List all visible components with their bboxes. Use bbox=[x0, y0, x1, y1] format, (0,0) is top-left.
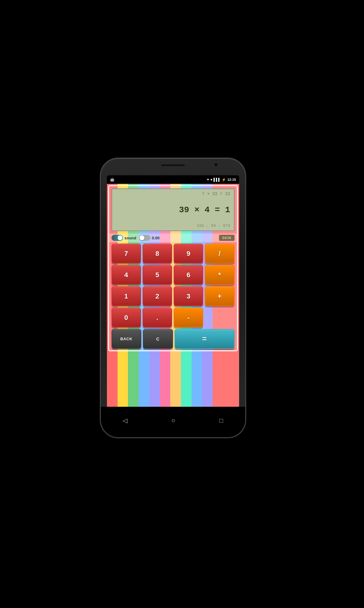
nav-back-button[interactable] bbox=[123, 417, 127, 424]
key-clear[interactable]: C bbox=[143, 329, 173, 349]
key-1[interactable]: 1 bbox=[111, 286, 141, 306]
key-0[interactable]: 0 bbox=[111, 308, 141, 327]
status-bar: 🤖 ✦ ▾ ▌▌▌ ⚡ 12:15 bbox=[107, 175, 239, 184]
camera bbox=[214, 163, 218, 166]
phone-body: 🤖 ✦ ▾ ▌▌▌ ⚡ 12:15 bbox=[100, 158, 246, 438]
wifi-icon: ▾ bbox=[210, 178, 212, 182]
calc-content: 7 × 33 = 33 39 × 4 = 1 155 . 56 - 973 bbox=[107, 185, 239, 351]
value-toggle-wrapper[interactable]: 0.00 bbox=[139, 235, 160, 241]
controls-row: sound 0.00 SKIN bbox=[109, 234, 237, 242]
speaker bbox=[161, 164, 185, 166]
key-multiply[interactable]: * bbox=[205, 265, 234, 285]
calc-frame: 7 × 33 = 33 39 × 4 = 1 155 . 56 - 973 bbox=[108, 185, 238, 351]
value-toggle-knob bbox=[140, 235, 144, 240]
key-divide[interactable]: / bbox=[205, 244, 234, 263]
key-equals[interactable]: = bbox=[175, 329, 235, 349]
key-6[interactable]: 6 bbox=[174, 265, 203, 285]
sound-label: sound bbox=[125, 236, 136, 240]
time-display: 12:15 bbox=[227, 178, 236, 181]
key-4[interactable]: 4 bbox=[111, 265, 141, 285]
key-7[interactable]: 7 bbox=[111, 244, 141, 263]
key-2[interactable]: 2 bbox=[143, 286, 172, 306]
key-plus[interactable]: + bbox=[205, 286, 234, 306]
calc-display: 7 × 33 = 33 39 × 4 = 1 155 . 56 - 973 bbox=[111, 188, 235, 231]
keypad: 7 8 9 / 4 5 6 * 1 bbox=[109, 242, 237, 329]
value-display: 0.00 bbox=[152, 236, 160, 240]
key-back[interactable]: BACK bbox=[111, 329, 142, 349]
status-right: ✦ ▾ ▌▌▌ ⚡ 12:15 bbox=[207, 178, 236, 182]
display-line-1: 7 × 33 = 33 bbox=[116, 191, 230, 196]
nav-recent-button[interactable] bbox=[219, 417, 223, 424]
keypad-bottom: BACK C = bbox=[109, 329, 237, 350]
signal-icon: ▌▌▌ bbox=[214, 178, 221, 181]
nav-home-button[interactable] bbox=[171, 417, 175, 424]
status-left: 🤖 bbox=[110, 177, 115, 182]
key-5[interactable]: 5 bbox=[143, 265, 172, 285]
bluetooth-icon: ✦ bbox=[207, 178, 209, 182]
key-dot[interactable]: . bbox=[143, 308, 172, 327]
skin-button[interactable]: SKIN bbox=[219, 235, 234, 241]
battery-icon: ⚡ bbox=[222, 178, 226, 182]
sound-toggle-wrapper[interactable]: sound bbox=[111, 235, 136, 241]
phone-device: 🤖 ✦ ▾ ▌▌▌ ⚡ 12:15 bbox=[100, 158, 264, 450]
sound-toggle[interactable] bbox=[111, 235, 123, 241]
display-line-2: 39 × 4 = 1 bbox=[116, 205, 230, 215]
phone-screen: 🤖 ✦ ▾ ▌▌▌ ⚡ 12:15 bbox=[107, 175, 239, 407]
nav-bar bbox=[101, 407, 245, 437]
calculator-app: 7 × 33 = 33 39 × 4 = 1 155 . 56 - 973 bbox=[107, 184, 239, 407]
key-9[interactable]: 9 bbox=[174, 244, 203, 263]
android-icon: 🤖 bbox=[110, 177, 115, 182]
key-minus[interactable]: - bbox=[174, 308, 203, 327]
key-3[interactable]: 3 bbox=[174, 286, 203, 306]
sound-toggle-knob bbox=[118, 235, 122, 240]
key-8[interactable]: 8 bbox=[143, 244, 172, 263]
display-line-3: 155 . 56 - 973 bbox=[116, 224, 230, 228]
value-toggle[interactable] bbox=[139, 235, 150, 241]
